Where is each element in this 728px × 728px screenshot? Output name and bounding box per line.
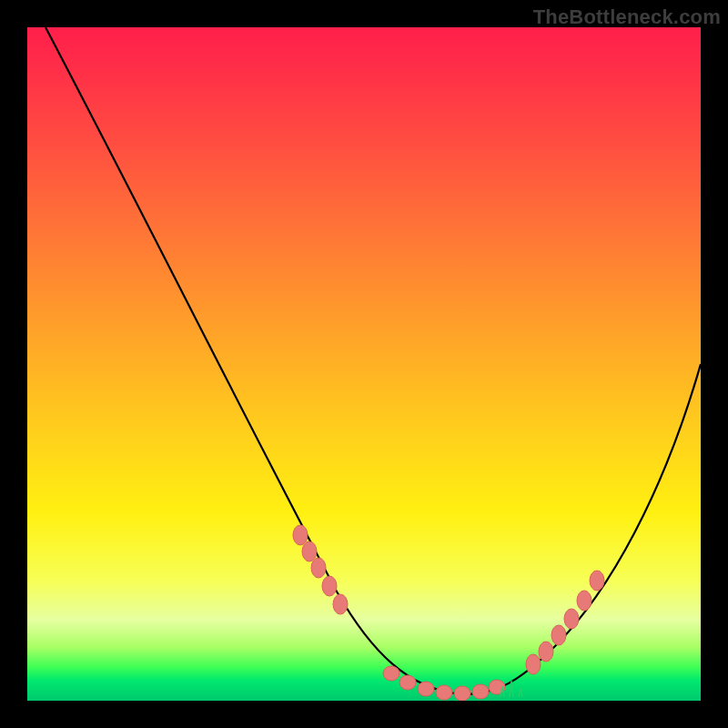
plot-area [27, 27, 701, 701]
svg-point-13 [539, 642, 553, 662]
svg-point-5 [383, 666, 399, 681]
svg-point-15 [564, 609, 579, 629]
watermark-text: TheBottleneck.com [533, 5, 721, 29]
bottleneck-curve [46, 27, 701, 694]
svg-point-9 [454, 686, 470, 701]
svg-point-1 [302, 541, 317, 561]
svg-point-8 [436, 685, 452, 700]
svg-point-6 [399, 675, 416, 690]
svg-point-7 [418, 682, 434, 696]
svg-point-3 [322, 576, 337, 596]
curve-markers [293, 525, 604, 701]
svg-point-0 [293, 525, 308, 545]
chart-container: TheBottleneck.com [0, 0, 728, 728]
svg-point-12 [526, 654, 541, 674]
svg-point-17 [590, 571, 604, 591]
svg-point-2 [311, 558, 326, 578]
svg-point-14 [551, 625, 566, 645]
svg-point-4 [333, 594, 348, 614]
curve-layer [27, 27, 701, 701]
svg-point-16 [577, 591, 592, 611]
svg-point-10 [472, 684, 489, 699]
